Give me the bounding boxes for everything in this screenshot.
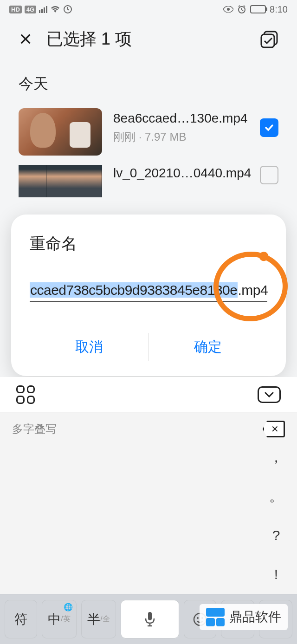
svg-rect-5	[148, 612, 152, 620]
halfwidth-key[interactable]: 半/全	[81, 600, 116, 638]
status-bar: HD 4G 8:10	[0, 0, 297, 19]
mic-icon	[143, 611, 156, 628]
file-name: 8ea6ccaed…130e.mp4	[113, 111, 252, 126]
select-all-icon[interactable]	[260, 30, 278, 49]
section-today: 今天	[0, 69, 297, 104]
battery-icon	[250, 5, 266, 13]
file-meta: 刚刚 · 7.97 MB	[113, 130, 252, 144]
rotate-icon	[63, 5, 72, 14]
confirm-button[interactable]: 确定	[149, 327, 268, 367]
clock-text: 8:10	[270, 4, 288, 15]
video-thumbnail	[19, 108, 102, 156]
punct-key[interactable]: ?	[255, 516, 297, 555]
signal-icon	[39, 6, 47, 13]
file-name: lv_0_20210…0440.mp4	[113, 166, 252, 181]
keyboard-collapse-icon[interactable]	[258, 386, 281, 403]
cancel-button[interactable]: 取消	[30, 327, 148, 367]
selection-header: ✕ 已选择 1 项	[0, 19, 297, 69]
voice-input-key[interactable]	[121, 600, 179, 638]
punct-key[interactable]: !	[255, 555, 297, 594]
dialog-title: 重命名	[30, 233, 267, 254]
punct-key[interactable]: 。	[255, 477, 297, 516]
keyboard-area[interactable]: 多字叠写 ✕ ， 。 ? !	[0, 412, 297, 594]
file-row[interactable]: lv_0_20210…0440.mp4	[0, 165, 297, 197]
watermark: 鼎品软件	[200, 604, 288, 630]
file-row[interactable]: 8ea6ccaed…130e.mp4 刚刚 · 7.97 MB	[0, 104, 297, 165]
backspace-icon[interactable]: ✕	[263, 421, 285, 437]
keyboard-toolbar	[0, 377, 297, 412]
rename-input[interactable]: ccaed738c5bcb9d9383845e8130e.mp4	[30, 282, 267, 302]
video-thumbnail	[19, 165, 102, 197]
hd-badge: HD	[9, 6, 22, 13]
svg-point-7	[197, 617, 199, 619]
network-badge: 4G	[25, 6, 36, 13]
watermark-text: 鼎品软件	[229, 608, 281, 626]
svg-rect-4	[261, 34, 274, 47]
punctuation-column: ， 。 ? !	[255, 438, 297, 594]
eye-icon	[223, 6, 233, 13]
file-checkbox[interactable]	[260, 166, 278, 184]
symbol-key[interactable]: 符	[5, 600, 37, 638]
watermark-logo-icon	[206, 608, 225, 626]
language-key[interactable]: 中/英🌐	[42, 600, 77, 638]
page-title: 已选择 1 项	[46, 28, 246, 51]
wifi-icon	[50, 5, 60, 13]
ime-hint: 多字叠写	[12, 422, 57, 436]
svg-point-1	[227, 8, 230, 11]
file-checkbox[interactable]	[260, 118, 278, 137]
rename-dialog: 重命名 ccaed738c5bcb9d9383845e8130e.mp4 取消 …	[11, 215, 286, 376]
alarm-icon	[237, 5, 246, 14]
close-icon[interactable]: ✕	[19, 30, 32, 49]
punct-key[interactable]: ，	[255, 438, 297, 477]
keyboard-apps-icon[interactable]	[16, 385, 35, 404]
